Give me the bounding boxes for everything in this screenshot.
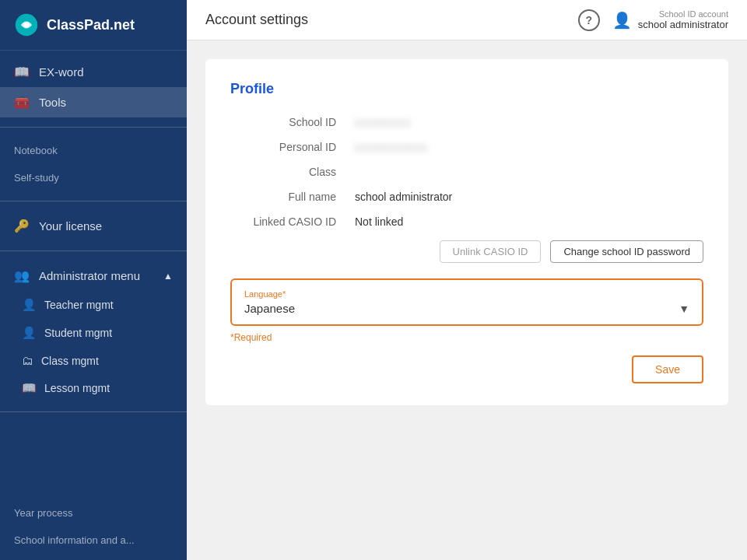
sidebar-item-adminmenu[interactable]: 👥 Administrator menu ▲ <box>0 261 187 291</box>
sidebar-logo-text: ClassPad.net <box>47 17 135 33</box>
language-section: Language* Japanese ▼ <box>230 278 703 326</box>
sidebar-label-yourlicense: Your license <box>39 219 102 233</box>
unlink-casio-button[interactable]: Unlink CASIO ID <box>440 240 542 263</box>
divider-3 <box>0 250 187 251</box>
admin-menu-left: 👥 Administrator menu <box>14 268 140 283</box>
user-text: School ID account school administrator <box>638 9 728 30</box>
sidebar-label-exword: EX-word <box>39 65 84 79</box>
user-icon: 👤 <box>612 11 632 30</box>
sidebar-item-lessonmgmt[interactable]: 📖 Lesson mgmt <box>0 374 187 402</box>
profile-actions: Unlink CASIO ID Change school ID passwor… <box>230 240 703 263</box>
sidebar: ClassPad.net 📖 EX-word 🧰 Tools Notebook … <box>0 0 187 560</box>
language-label: Language* <box>244 289 689 299</box>
clearfix: Save <box>230 355 703 383</box>
sidebar-admin-section: 👥 Administrator menu ▲ 👤 Teacher mgmt 👤 … <box>0 254 187 408</box>
sidebar-item-notebook[interactable]: Notebook <box>0 137 187 164</box>
user-menu[interactable]: 👤 School ID account school administrator <box>612 9 728 30</box>
classpad-logo-icon <box>14 12 39 37</box>
sidebar-item-yearprocess[interactable]: Year process <box>0 499 187 527</box>
sidebar-label-teachermgmt: Teacher mgmt <box>44 299 114 311</box>
divider-2 <box>0 201 187 201</box>
exword-icon: 📖 <box>14 65 30 79</box>
sidebar-label-lessonmgmt: Lesson mgmt <box>44 382 110 394</box>
sidebar-top-section: 📖 EX-word 🧰 Tools <box>0 51 187 124</box>
label-personalid: Personal ID <box>230 141 355 153</box>
sidebar-item-tools[interactable]: 🧰 Tools <box>0 87 187 117</box>
value-schoolid: ●●●●●●● <box>355 116 412 128</box>
sidebar-logo[interactable]: ClassPad.net <box>0 0 187 51</box>
user-name: school administrator <box>638 19 728 30</box>
lesson-icon: 📖 <box>22 381 37 395</box>
profile-row-fullname: Full name school administrator <box>230 191 703 203</box>
language-select-row[interactable]: Japanese ▼ <box>244 302 689 315</box>
license-icon: 🔑 <box>14 219 30 233</box>
content-area: Profile School ID ●●●●●●● Personal ID ●●… <box>187 40 747 424</box>
language-required-marker: * <box>282 289 286 299</box>
sidebar-item-selfstudy[interactable]: Self-study <box>0 164 187 191</box>
profile-row-casioid: Linked CASIO ID Not linked <box>230 215 703 228</box>
topbar-right: ? 👤 School ID account school administrat… <box>578 9 728 31</box>
class-icon: 🗂 <box>22 354 33 367</box>
save-button[interactable]: Save <box>632 355 703 383</box>
divider-4 <box>0 411 187 412</box>
value-fullname: school administrator <box>355 191 452 203</box>
main-area: Account settings ? 👤 School ID account s… <box>187 0 747 560</box>
language-value: Japanese <box>244 302 295 315</box>
chevron-up-icon: ▲ <box>163 271 173 282</box>
sidebar-item-yourlicense[interactable]: 🔑 Your license <box>0 211 187 241</box>
sidebar-item-schoolinfo[interactable]: School information and a... <box>0 527 187 554</box>
profile-row-personalid: Personal ID ●●●●●●●●● <box>230 141 703 153</box>
sidebar-item-teachermgmt[interactable]: 👤 Teacher mgmt <box>0 291 187 319</box>
tools-icon: 🧰 <box>14 95 30 110</box>
profile-title: Profile <box>230 81 703 97</box>
language-label-text: Language <box>244 289 282 299</box>
sidebar-label-section: Notebook Self-study <box>0 131 187 198</box>
profile-row-schoolid: School ID ●●●●●●● <box>230 116 703 128</box>
language-dropdown-arrow-icon: ▼ <box>679 303 689 315</box>
topbar: Account settings ? 👤 School ID account s… <box>187 0 747 40</box>
label-class: Class <box>230 166 355 178</box>
sidebar-item-studentmgmt[interactable]: 👤 Student mgmt <box>0 319 187 347</box>
admin-submenu: 👤 Teacher mgmt 👤 Student mgmt 🗂 Class mg… <box>0 291 187 402</box>
teacher-icon: 👤 <box>22 298 37 312</box>
admin-icon: 👥 <box>14 268 30 283</box>
divider-1 <box>0 127 187 128</box>
help-button[interactable]: ? <box>578 9 600 31</box>
change-school-id-password-button[interactable]: Change school ID password <box>550 240 703 263</box>
sidebar-item-exword[interactable]: 📖 EX-word <box>0 57 187 87</box>
profile-row-class: Class <box>230 166 703 178</box>
sidebar-item-classmgmt[interactable]: 🗂 Class mgmt <box>0 347 187 374</box>
label-schoolid: School ID <box>230 116 355 128</box>
sidebar-label-adminmenu: Administrator menu <box>39 269 140 282</box>
svg-point-1 <box>23 22 29 27</box>
sidebar-license-section: 🔑 Your license <box>0 205 187 247</box>
sidebar-label-studentmgmt: Student mgmt <box>44 327 112 339</box>
label-casioid: Linked CASIO ID <box>230 215 355 228</box>
profile-card: Profile School ID ●●●●●●● Personal ID ●●… <box>205 59 728 405</box>
sidebar-label-tools: Tools <box>39 96 66 109</box>
sidebar-bottom: Year process School information and a... <box>0 493 187 560</box>
required-note: *Required <box>230 332 703 343</box>
user-type: School ID account <box>638 9 728 19</box>
label-fullname: Full name <box>230 191 355 203</box>
value-personalid: ●●●●●●●●● <box>355 141 428 153</box>
value-casioid: Not linked <box>355 215 403 228</box>
page-title: Account settings <box>205 12 308 28</box>
student-icon: 👤 <box>22 326 37 340</box>
sidebar-label-classmgmt: Class mgmt <box>41 355 99 367</box>
